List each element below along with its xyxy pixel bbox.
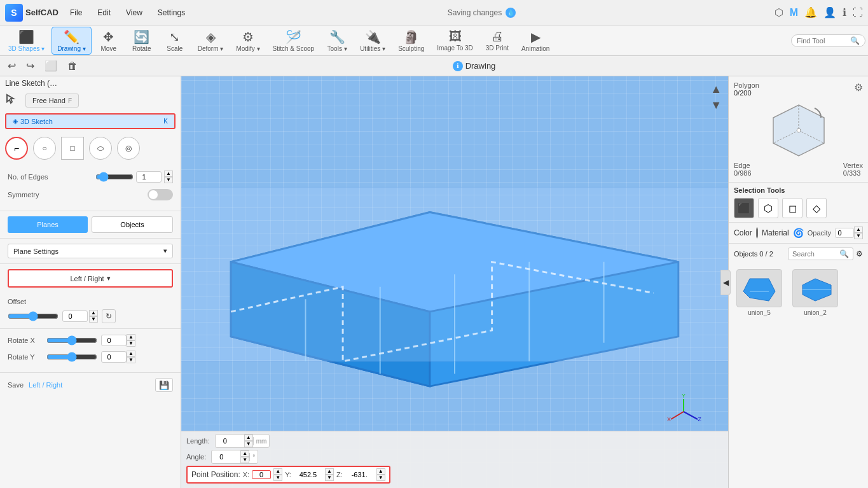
opacity-input[interactable]: [835, 228, 854, 238]
edges-up[interactable]: ▲: [164, 171, 173, 177]
point-x-up[interactable]: ▲: [273, 468, 282, 475]
tool-rotate[interactable]: 🔄 Rotate: [126, 27, 158, 55]
tool-3d-shapes[interactable]: ⬛ 3D Shapes ▾: [3, 27, 50, 55]
select-face-icon[interactable]: ◻: [782, 198, 803, 218]
color-picker[interactable]: [756, 227, 758, 239]
tool-stitch-scoop[interactable]: 🪡 Stitch & Scoop: [267, 27, 320, 55]
angle-down[interactable]: ▼: [240, 457, 249, 463]
sketch3d-button[interactable]: ◈ 3D Sketch K: [5, 113, 176, 129]
rotate-x-slider[interactable]: [46, 335, 97, 345]
tool-deform[interactable]: ◈ Deform ▾: [192, 27, 230, 55]
info-icon[interactable]: ℹ: [843, 6, 846, 18]
selection-tools-section: Selection Tools ⬛ ⬡ ◻ ◇: [729, 182, 868, 222]
copy-button[interactable]: ⬜: [42, 59, 60, 73]
material-icon[interactable]: 🌀: [793, 228, 804, 238]
point-x-down[interactable]: ▼: [273, 475, 282, 481]
tool-animation[interactable]: ▶ Animation: [516, 27, 555, 55]
share-icon[interactable]: ⬡: [775, 6, 783, 18]
offset-up[interactable]: ▲: [89, 310, 98, 316]
planes-button[interactable]: Planes: [8, 216, 88, 233]
tool-drawing[interactable]: ✏️ Drawing ▾: [52, 27, 91, 55]
point-z-down[interactable]: ▼: [376, 475, 385, 481]
objects-settings-icon[interactable]: ⚙: [856, 249, 863, 258]
rotate-x-up[interactable]: ▲: [127, 334, 135, 340]
menu-view[interactable]: View: [122, 7, 146, 18]
rotate-x-input[interactable]: [101, 335, 127, 346]
refresh-button[interactable]: ↻: [102, 309, 116, 323]
shape-row: ⌐ ○ □ ⬭ ◎: [0, 132, 181, 165]
vertex-label: Vertex: [843, 162, 863, 169]
sketch3d-icon: ◈: [13, 117, 18, 125]
offset-slider[interactable]: [8, 311, 59, 321]
rotate-y-slider[interactable]: [46, 352, 97, 362]
angle-input[interactable]: [212, 452, 240, 461]
collapse-button[interactable]: ◀: [720, 270, 731, 295]
edges-slider[interactable]: [95, 170, 134, 184]
rotate-y-up[interactable]: ▲: [127, 351, 135, 357]
select-vertex-icon[interactable]: ◇: [806, 198, 827, 218]
find-tool-input[interactable]: [797, 37, 848, 45]
select-group-icon[interactable]: ⬡: [758, 198, 778, 218]
shape-circle[interactable]: ○: [33, 137, 56, 160]
point-z-up[interactable]: ▲: [376, 468, 385, 475]
tool-move[interactable]: ✥ Move: [93, 27, 125, 55]
menu-file[interactable]: File: [66, 7, 86, 18]
edge-count: 0/986: [734, 169, 752, 177]
rotate-y-spin: ▲ ▼: [127, 351, 135, 363]
tool-image-to-3d[interactable]: 🖼 Image To 3D: [431, 27, 479, 55]
left-right-button[interactable]: Left / Right ▾: [8, 269, 173, 288]
tool-tools[interactable]: 🔧 Tools ▾: [321, 27, 353, 55]
find-tool[interactable]: 🔍: [791, 34, 865, 47]
edges-down[interactable]: ▼: [164, 177, 173, 183]
opacity-up[interactable]: ▲: [854, 227, 863, 233]
point-y-input[interactable]: [294, 471, 322, 478]
symmetry-param-row: Symmetry: [8, 189, 173, 200]
tool-3d-print[interactable]: 🖨 3D Print: [480, 27, 514, 55]
save-button[interactable]: 💾: [155, 378, 173, 392]
bell-icon[interactable]: 🔔: [804, 6, 817, 18]
m-icon[interactable]: M: [790, 7, 798, 18]
symmetry-toggle[interactable]: [148, 189, 173, 200]
fullscreen-icon[interactable]: ⛶: [853, 7, 863, 18]
user-icon[interactable]: 👤: [823, 6, 836, 18]
tool-modify[interactable]: ⚙ Modify ▾: [230, 27, 265, 55]
point-y-down[interactable]: ▼: [325, 475, 334, 481]
select-solid-icon[interactable]: ⬛: [734, 198, 754, 218]
menu-settings[interactable]: Settings: [154, 7, 189, 18]
rotate-y-down[interactable]: ▼: [127, 357, 135, 363]
point-x-input[interactable]: [252, 470, 271, 479]
rotate-x-down[interactable]: ▼: [127, 340, 135, 347]
objects-button[interactable]: Objects: [92, 216, 173, 233]
tool-utilities[interactable]: 🔌 Utilities ▾: [354, 27, 391, 55]
tool-scale[interactable]: ⤡ Scale: [159, 27, 191, 55]
object-item-union2[interactable]: union_2: [790, 269, 841, 316]
undo-button[interactable]: ↩: [5, 59, 18, 73]
shape-target[interactable]: ◎: [117, 137, 140, 160]
opacity-down[interactable]: ▼: [854, 233, 863, 239]
delete-button[interactable]: 🗑: [65, 59, 80, 73]
search-box[interactable]: 🔍: [788, 247, 853, 260]
offset-down[interactable]: ▼: [89, 316, 98, 323]
shape-zigzag[interactable]: ⌐: [5, 137, 28, 160]
viewport[interactable]: ▲ ▼ Y Z: [181, 76, 728, 488]
settings-gear-icon[interactable]: ⚙: [854, 81, 863, 94]
object-item-union5[interactable]: union_5: [734, 269, 785, 316]
logo-icon[interactable]: S: [5, 4, 23, 22]
length-down[interactable]: ▼: [244, 441, 253, 447]
edges-number-input[interactable]: [136, 171, 162, 183]
rotate-y-input[interactable]: [101, 351, 127, 363]
menu-edit[interactable]: Edit: [93, 7, 114, 18]
point-z-input[interactable]: [345, 471, 374, 478]
tool-sculpting[interactable]: 🗿 Sculpting: [392, 27, 430, 55]
redo-button[interactable]: ↪: [24, 59, 37, 73]
offset-number-input[interactable]: [62, 310, 88, 322]
plane-settings-dropdown[interactable]: Plane Settings ▾: [8, 244, 173, 258]
shape-ellipse[interactable]: ⬭: [89, 137, 112, 160]
shape-square[interactable]: □: [61, 137, 84, 160]
freehand-button[interactable]: Free Hand F: [25, 94, 79, 108]
search-input[interactable]: [792, 250, 837, 258]
length-up[interactable]: ▲: [244, 435, 253, 441]
point-y-up[interactable]: ▲: [325, 468, 334, 475]
length-input[interactable]: [216, 436, 244, 445]
angle-up[interactable]: ▲: [240, 450, 249, 457]
